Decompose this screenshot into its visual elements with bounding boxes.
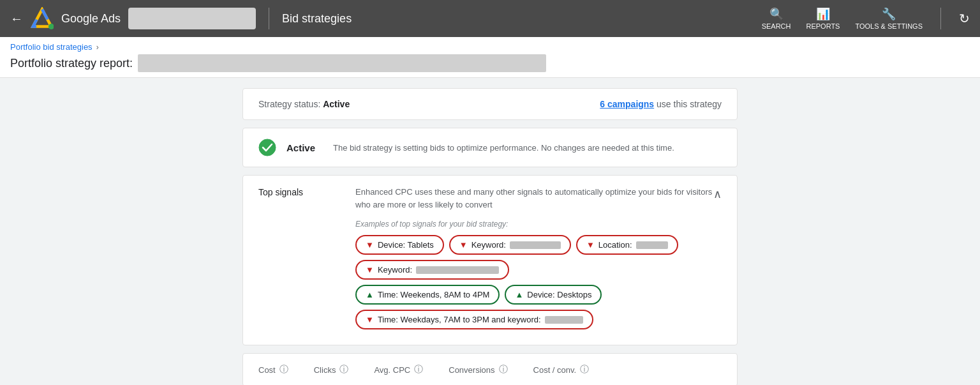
search-nav-icon: 🔍 [769, 7, 783, 21]
breadcrumb-separator: › [96, 43, 99, 52]
redacted-text [510, 241, 561, 249]
chip-label: Location: [598, 240, 632, 250]
down-arrow-icon: ▼ [366, 265, 374, 275]
active-check-icon [258, 139, 276, 156]
signals-header: Top signals Enhanced CPC uses these and … [258, 186, 722, 335]
metric-cost-conv: Cost / conv. ⓘ [533, 364, 615, 375]
strategy-status-card: Strategy status: Active 6 campaigns use … [242, 88, 738, 120]
svg-point-3 [259, 139, 276, 156]
page-title-row: Portfolio strategy report: [10, 54, 970, 77]
main-content: Strategy status: Active 6 campaigns use … [0, 78, 980, 385]
down-arrow-icon: ▼ [459, 240, 468, 250]
metric-cost: Cost ⓘ [258, 364, 314, 375]
cost-help-icon[interactable]: ⓘ [279, 364, 288, 375]
signals-chips-row-2: ▲ Time: Weekends, 8AM to 4PM ▲ Device: D… [355, 285, 713, 329]
down-arrow-icon: ▼ [366, 315, 374, 324]
active-status-description: The bid strategy is setting bids to opti… [333, 143, 674, 153]
signals-title: Top signals [258, 186, 335, 335]
down-arrow-icon: ▼ [586, 240, 595, 250]
metric-conversions: Conversions ⓘ [449, 364, 533, 375]
header-search-box[interactable] [128, 8, 256, 29]
metric-clicks-label: Clicks [314, 365, 336, 375]
clicks-help-icon[interactable]: ⓘ [339, 364, 348, 375]
metric-avgcpc-label: Avg. CPC [374, 365, 410, 375]
chip-label: Time: Weekdays, 7AM to 3PM and keyword: [378, 315, 541, 324]
up-arrow-icon: ▲ [366, 290, 374, 299]
chip-time-weekends: ▲ Time: Weekends, 8AM to 4PM [355, 285, 500, 305]
chip-label: Keyword: [378, 265, 412, 275]
active-status-card: Active The bid strategy is setting bids … [242, 128, 738, 167]
chip-location: ▼ Location: [576, 235, 678, 255]
down-arrow-icon: ▼ [366, 240, 374, 250]
header-vertical-divider [269, 8, 269, 29]
campaigns-count-link[interactable]: 6 campaigns [600, 99, 654, 109]
breadcrumb-area: Portfolio bid strategies › Portfolio str… [0, 37, 980, 78]
metric-clicks: Clicks ⓘ [314, 364, 375, 375]
chip-label: Device: Tablets [378, 240, 434, 250]
costconv-help-icon[interactable]: ⓘ [580, 364, 589, 375]
header-page-title: Bid strategies [282, 12, 352, 26]
chip-label: Device: Desktops [527, 290, 591, 299]
search-nav-label: SEARCH [762, 22, 791, 30]
google-ads-logo [31, 7, 54, 30]
refresh-button[interactable]: ↻ [959, 11, 970, 26]
page-title: Portfolio strategy report: [10, 57, 133, 70]
strategy-name-input[interactable] [138, 54, 546, 72]
signals-content: Enhanced CPC uses these and many other s… [355, 186, 713, 335]
tools-nav-icon: 🔧 [882, 7, 896, 21]
header-right-nav: 🔍 SEARCH 📊 REPORTS 🔧 TOOLS & SETTINGS ↻ [762, 7, 970, 30]
breadcrumb-parent-link[interactable]: Portfolio bid strategies [10, 42, 93, 52]
chip-label: Keyword: [471, 240, 506, 250]
chip-label: Time: Weekends, 8AM to 4PM [378, 290, 490, 299]
redacted-text [636, 241, 668, 249]
search-nav-item[interactable]: 🔍 SEARCH [762, 7, 791, 30]
reports-nav-label: REPORTS [806, 22, 840, 30]
chip-time-weekdays: ▼ Time: Weekdays, 7AM to 3PM and keyword… [355, 310, 593, 329]
signals-body: Top signals Enhanced CPC uses these and … [258, 186, 713, 335]
chip-device-desktops: ▲ Device: Desktops [505, 285, 602, 305]
tools-nav-label: TOOLS & SETTINGS [855, 22, 923, 30]
redacted-text [545, 316, 583, 324]
tools-nav-item[interactable]: 🔧 TOOLS & SETTINGS [855, 7, 923, 30]
redacted-text [416, 266, 499, 274]
chip-device-tablets: ▼ Device: Tablets [355, 235, 444, 255]
header-right-divider [940, 8, 941, 29]
strategy-status-text: Strategy status: Active [258, 99, 350, 109]
signals-description: Enhanced CPC uses these and many other s… [355, 186, 713, 211]
metric-avg-cpc: Avg. CPC ⓘ [374, 364, 449, 375]
top-signals-card: Top signals Enhanced CPC uses these and … [242, 175, 738, 345]
metric-costconv-label: Cost / conv. [533, 365, 577, 375]
avgcpc-help-icon[interactable]: ⓘ [414, 364, 423, 375]
campaigns-usage-text: 6 campaigns use this strategy [600, 99, 722, 109]
reports-nav-icon: 📊 [816, 7, 830, 21]
up-arrow-icon: ▲ [515, 290, 523, 299]
collapse-signals-button[interactable]: ∧ [713, 186, 722, 201]
reports-nav-item[interactable]: 📊 REPORTS [806, 7, 840, 30]
signals-examples-label: Examples of top signals for your bid str… [355, 220, 713, 229]
metrics-card: Cost ⓘ Clicks ⓘ Avg. CPC ⓘ Conversions ⓘ… [242, 353, 738, 385]
metrics-row: Cost ⓘ Clicks ⓘ Avg. CPC ⓘ Conversions ⓘ… [258, 364, 722, 375]
back-button[interactable]: ← [10, 12, 23, 25]
metric-cost-label: Cost [258, 365, 276, 375]
active-status-label: Active [286, 142, 315, 153]
campaigns-suffix-text: use this strategy [657, 99, 722, 109]
conversions-help-icon[interactable]: ⓘ [499, 364, 508, 375]
breadcrumb: Portfolio bid strategies › [10, 42, 970, 52]
app-name-label: Google Ads [61, 12, 121, 26]
metric-conversions-label: Conversions [449, 365, 494, 375]
chip-keyword-2: ▼ Keyword: [355, 260, 509, 280]
app-header: ← Google Ads Bid strategies 🔍 SEARCH 📊 R… [0, 0, 980, 37]
signals-chips-row-1: ▼ Device: Tablets ▼ Keyword: ▼ Locat [355, 235, 713, 280]
chip-keyword-1: ▼ Keyword: [449, 235, 571, 255]
